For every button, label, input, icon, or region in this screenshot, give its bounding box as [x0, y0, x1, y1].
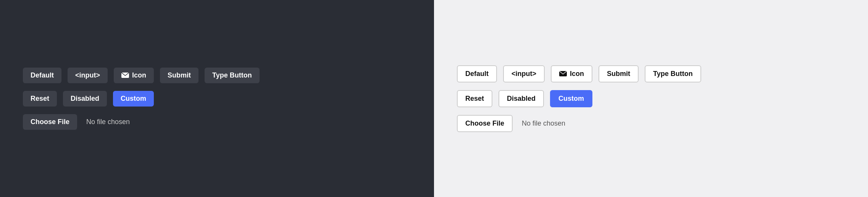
- dark-row-2: Reset Disabled Custom: [23, 91, 154, 107]
- dark-disabled-button[interactable]: Disabled: [63, 91, 107, 107]
- dark-custom-button[interactable]: Custom: [113, 91, 154, 107]
- dark-row-3: Choose File No file chosen: [23, 114, 130, 130]
- dark-no-file-text: No file chosen: [86, 118, 130, 126]
- dark-theme-panel: Default <input> Icon Submit Type Button …: [0, 0, 434, 197]
- light-choose-file-label[interactable]: Choose File: [457, 115, 513, 132]
- dark-icon-button-label: Icon: [132, 71, 146, 79]
- dark-reset-button[interactable]: Reset: [23, 91, 57, 107]
- light-submit-button[interactable]: Submit: [599, 65, 639, 82]
- light-reset-button[interactable]: Reset: [457, 90, 492, 107]
- light-row-1: Default <input> Icon Submit Type Button: [457, 65, 701, 82]
- dark-type-button-button[interactable]: Type Button: [205, 68, 260, 83]
- light-type-button-button[interactable]: Type Button: [645, 65, 701, 82]
- dark-choose-file-text: Choose File: [31, 118, 69, 126]
- envelope-icon-light: [559, 71, 567, 76]
- light-theme-panel: Default <input> Icon Submit Type Button …: [434, 0, 868, 197]
- dark-default-button[interactable]: Default: [23, 68, 61, 83]
- envelope-icon: [121, 73, 129, 78]
- dark-row-1: Default <input> Icon Submit Type Button: [23, 68, 260, 83]
- light-custom-button[interactable]: Custom: [550, 90, 592, 107]
- light-choose-file-text: Choose File: [465, 119, 504, 128]
- dark-submit-button[interactable]: Submit: [160, 68, 198, 83]
- light-icon-button-label: Icon: [570, 70, 584, 78]
- light-no-file-text: No file chosen: [522, 119, 565, 128]
- dark-input-button[interactable]: <input>: [68, 68, 108, 83]
- light-default-button[interactable]: Default: [457, 65, 497, 82]
- light-row-2: Reset Disabled Custom: [457, 90, 592, 107]
- dark-choose-file-label[interactable]: Choose File: [23, 114, 77, 130]
- dark-icon-button[interactable]: Icon: [114, 68, 154, 83]
- light-icon-button[interactable]: Icon: [551, 65, 592, 82]
- light-disabled-button[interactable]: Disabled: [499, 90, 544, 107]
- light-row-3: Choose File No file chosen: [457, 115, 565, 132]
- light-input-button[interactable]: <input>: [503, 65, 545, 82]
